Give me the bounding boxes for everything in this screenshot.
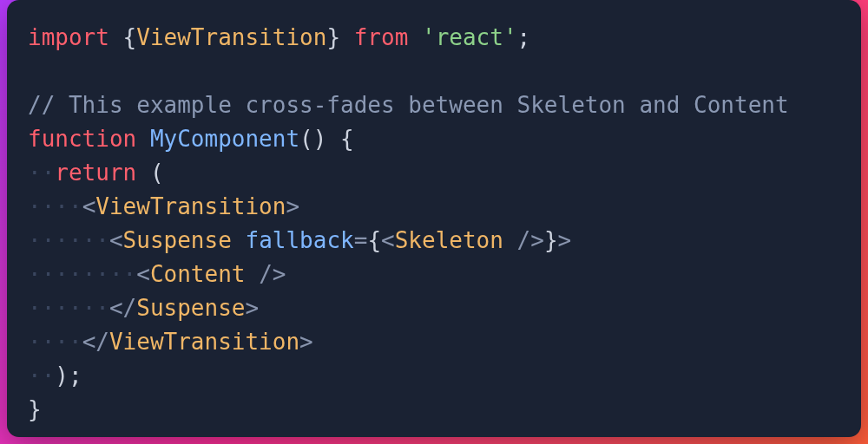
indent-dot	[28, 160, 42, 186]
token-punc: {	[367, 227, 381, 253]
indent-dot	[28, 227, 42, 253]
indent-dot	[42, 193, 56, 219]
indent-dot	[109, 261, 123, 287]
token-jsxpunc: </	[82, 329, 109, 355]
indent-dot	[42, 295, 56, 321]
indent-dot	[42, 261, 56, 287]
token-cmt: // This example cross-fades between Skel…	[28, 92, 789, 118]
token-punc: ;	[517, 24, 531, 50]
indent-dot	[28, 295, 42, 321]
indent-dot	[28, 362, 42, 388]
token-kw: function	[28, 126, 136, 152]
indent-dot	[82, 261, 96, 287]
token-punc: {	[123, 24, 137, 50]
token-jsxpunc: >	[558, 227, 572, 253]
token-tag: Content	[150, 261, 246, 287]
indent-dot	[42, 227, 56, 253]
token-kw: import	[28, 24, 109, 50]
token-jsxpunc: <	[82, 193, 96, 219]
token-jsxpunc: >	[286, 193, 299, 219]
token-tag: Skeleton	[395, 227, 503, 253]
token-jsxpunc: />	[259, 261, 286, 287]
token-jsxpunc: =	[354, 227, 368, 253]
indent-dot	[95, 227, 109, 253]
code-window: import {ViewTransition} from 'react'; //…	[7, 0, 861, 437]
indent-dot	[69, 193, 82, 219]
token-jsxpunc: >	[299, 329, 313, 355]
token-kw: from	[354, 24, 409, 50]
token-jsxpunc: <	[136, 261, 150, 287]
indent-dot	[55, 193, 69, 219]
indent-dot	[69, 329, 82, 355]
token-tag: Suspense	[136, 295, 245, 321]
token-punc: }	[326, 24, 340, 50]
token-punc: }	[28, 396, 42, 422]
indent-dot	[95, 261, 109, 287]
token-tag: ViewTransition	[109, 329, 299, 355]
token-jsxpunc: />	[517, 227, 544, 253]
indent-dot	[82, 295, 96, 321]
indent-dot	[28, 193, 42, 219]
indent-dot	[69, 295, 82, 321]
indent-dot	[28, 261, 42, 287]
indent-dot	[28, 329, 42, 355]
indent-dot	[55, 329, 69, 355]
code-block: import {ViewTransition} from 'react'; //…	[28, 21, 840, 427]
token-jsxpunc: <	[109, 227, 123, 253]
indent-dot	[42, 329, 56, 355]
token-kw: return	[55, 160, 136, 186]
token-tag: ViewTransition	[95, 193, 286, 219]
token-punc: }	[544, 227, 558, 253]
indent-dot	[55, 295, 69, 321]
indent-dot	[82, 227, 96, 253]
indent-dot	[42, 362, 56, 388]
token-attr: fallback	[245, 227, 353, 253]
indent-dot	[95, 295, 109, 321]
indent-dot	[69, 261, 82, 287]
indent-dot	[55, 227, 69, 253]
token-jsxpunc: </	[109, 295, 136, 321]
token-punc: (	[150, 160, 164, 186]
indent-dot	[69, 227, 82, 253]
indent-dot	[55, 261, 69, 287]
token-str: 'react'	[422, 24, 517, 50]
indent-dot	[123, 261, 137, 287]
token-jsxpunc: >	[245, 295, 259, 321]
token-jsxpunc: <	[381, 227, 395, 253]
indent-dot	[42, 160, 56, 186]
token-punc: );	[55, 362, 82, 388]
token-fnname: MyComponent	[150, 126, 299, 152]
token-tag: Suspense	[123, 227, 232, 253]
token-tag: ViewTransition	[136, 24, 326, 50]
token-punc: () {	[299, 126, 354, 152]
